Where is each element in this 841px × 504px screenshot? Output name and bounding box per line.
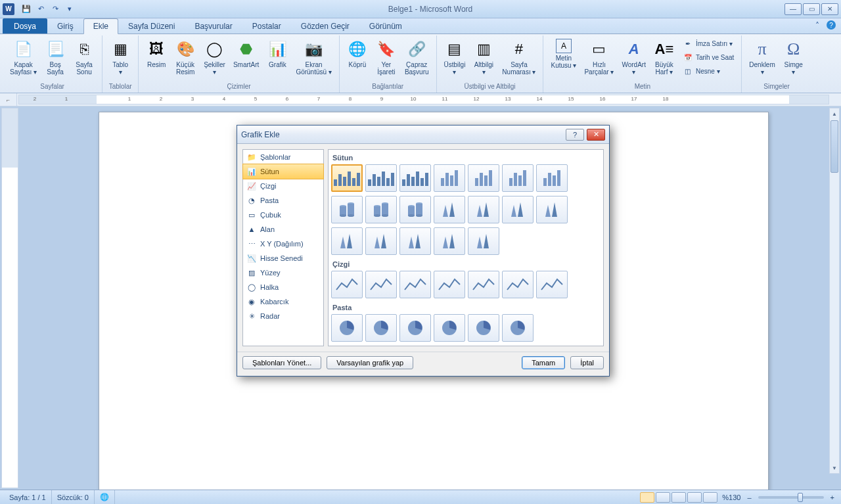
svg-marker-26 <box>340 237 346 248</box>
chart-type-item[interactable] <box>536 271 568 298</box>
category-icon: ◯ <box>247 283 256 292</box>
svg-marker-19 <box>449 202 455 217</box>
chart-type-item[interactable] <box>434 271 465 298</box>
svg-marker-34 <box>477 237 482 248</box>
dialog-help-button[interactable]: ? <box>566 129 584 141</box>
chart-type-item[interactable] <box>399 314 431 342</box>
chart-type-item[interactable] <box>331 314 363 342</box>
dialog-title: Grafik Ekle <box>241 130 280 139</box>
svg-rect-16 <box>416 204 422 216</box>
category-icon: 📉 <box>247 254 256 263</box>
chart-category-item[interactable]: 📁Şablonlar <box>243 150 323 164</box>
chart-type-item[interactable] <box>365 196 397 223</box>
gallery-heading-pie: Pasta <box>331 302 601 314</box>
chart-category-item[interactable]: ▨Yüzey <box>243 265 323 280</box>
chart-category-item[interactable]: ✳Radar <box>243 309 323 323</box>
svg-rect-4 <box>348 204 354 216</box>
category-icon: ▭ <box>247 210 256 219</box>
chart-type-item[interactable] <box>468 196 499 223</box>
chart-type-item[interactable] <box>399 164 431 192</box>
category-icon: 📈 <box>247 181 256 191</box>
category-icon: ▲ <box>247 225 256 234</box>
svg-marker-28 <box>375 237 380 248</box>
chart-type-item[interactable] <box>468 227 499 255</box>
category-icon: ✳ <box>247 311 256 321</box>
chart-gallery: Sütun Çizgi Pasta <box>328 149 604 346</box>
chart-category-item[interactable]: ▭Çubuk <box>243 208 323 222</box>
dialog-mask: Grafik Ekle ? ✕ 📁Şablonlar📊Sütun📈Çizgi◔P… <box>0 0 841 504</box>
svg-marker-21 <box>484 202 489 217</box>
category-icon: ◉ <box>247 297 256 306</box>
chart-category-item[interactable]: ◯Halka <box>243 280 323 294</box>
svg-marker-29 <box>381 234 386 248</box>
svg-point-11 <box>382 214 388 217</box>
chart-type-item[interactable] <box>468 164 499 192</box>
svg-marker-31 <box>415 234 420 248</box>
dialog-close-button[interactable]: ✕ <box>587 129 605 141</box>
chart-category-item[interactable]: 📉Hisse Senedi <box>243 251 323 265</box>
chart-category-item[interactable]: 📈Çizgi <box>243 179 323 193</box>
chart-category-item[interactable]: ⋯X Y (Dağılım) <box>243 237 323 251</box>
svg-marker-33 <box>449 234 455 248</box>
insert-chart-dialog: Grafik Ekle ? ✕ 📁Şablonlar📊Sütun📈Çizgi◔P… <box>237 125 610 377</box>
chart-type-item[interactable] <box>365 314 397 342</box>
svg-rect-7 <box>374 206 380 216</box>
chart-type-item[interactable] <box>536 196 568 223</box>
svg-point-14 <box>408 214 415 217</box>
chart-type-item[interactable] <box>331 196 363 223</box>
svg-marker-20 <box>477 205 482 217</box>
svg-marker-18 <box>443 205 448 217</box>
chart-type-item[interactable] <box>536 164 568 192</box>
category-icon: 📊 <box>247 167 256 176</box>
chart-type-item[interactable] <box>399 227 431 255</box>
category-icon: ▨ <box>247 268 256 277</box>
svg-rect-1 <box>340 206 346 216</box>
chart-type-item[interactable] <box>502 314 534 342</box>
set-default-chart-button[interactable]: Varsayılan grafik yap <box>327 356 413 369</box>
chart-type-item[interactable] <box>331 227 363 255</box>
gallery-heading-line: Çizgi <box>331 259 601 271</box>
svg-marker-25 <box>552 202 557 217</box>
chart-category-item[interactable]: 📊Sütun <box>242 164 324 179</box>
ok-button[interactable]: Tamam <box>522 356 565 369</box>
svg-point-17 <box>416 214 422 217</box>
category-icon: 📁 <box>247 152 256 162</box>
chart-type-item[interactable] <box>331 271 363 298</box>
svg-marker-22 <box>511 205 516 217</box>
chart-category-list: 📁Şablonlar📊Sütun📈Çizgi◔Pasta▭Çubuk▲Alan⋯… <box>242 149 324 346</box>
svg-point-2 <box>340 214 346 217</box>
manage-templates-button[interactable]: Şablonları Yönet... <box>242 356 321 369</box>
dialog-footer: Şablonları Yönet... Varsayılan grafik ya… <box>237 352 609 376</box>
chart-category-item[interactable]: ▲Alan <box>243 222 323 237</box>
chart-type-item[interactable] <box>468 314 499 342</box>
chart-type-item[interactable] <box>434 196 465 223</box>
chart-type-item[interactable] <box>502 164 534 192</box>
chart-type-item[interactable] <box>365 164 397 192</box>
chart-category-item[interactable]: ◔Pasta <box>243 193 323 208</box>
chart-type-item[interactable] <box>502 271 534 298</box>
chart-type-item[interactable] <box>434 227 465 255</box>
chart-type-item[interactable] <box>399 196 431 223</box>
svg-marker-27 <box>347 234 352 248</box>
chart-type-item[interactable] <box>434 164 465 192</box>
svg-point-8 <box>374 214 380 217</box>
category-icon: ◔ <box>247 196 256 205</box>
svg-marker-32 <box>443 237 448 248</box>
gallery-heading-column: Sütun <box>331 152 601 164</box>
svg-point-5 <box>348 214 354 217</box>
svg-marker-35 <box>484 234 489 248</box>
svg-marker-23 <box>518 202 523 217</box>
svg-marker-24 <box>545 205 551 217</box>
chart-type-item[interactable] <box>399 271 431 298</box>
category-icon: ⋯ <box>247 239 256 248</box>
chart-type-item[interactable] <box>468 271 499 298</box>
dialog-titlebar[interactable]: Grafik Ekle ? ✕ <box>237 126 609 144</box>
chart-type-item[interactable] <box>365 271 397 298</box>
chart-type-item[interactable] <box>502 196 534 223</box>
chart-type-item[interactable] <box>331 164 363 192</box>
chart-type-item[interactable] <box>365 227 397 255</box>
chart-type-item[interactable] <box>434 314 465 342</box>
chart-category-item[interactable]: ◉Kabarcık <box>243 294 323 309</box>
cancel-button[interactable]: İptal <box>570 356 604 369</box>
svg-marker-30 <box>409 237 414 248</box>
